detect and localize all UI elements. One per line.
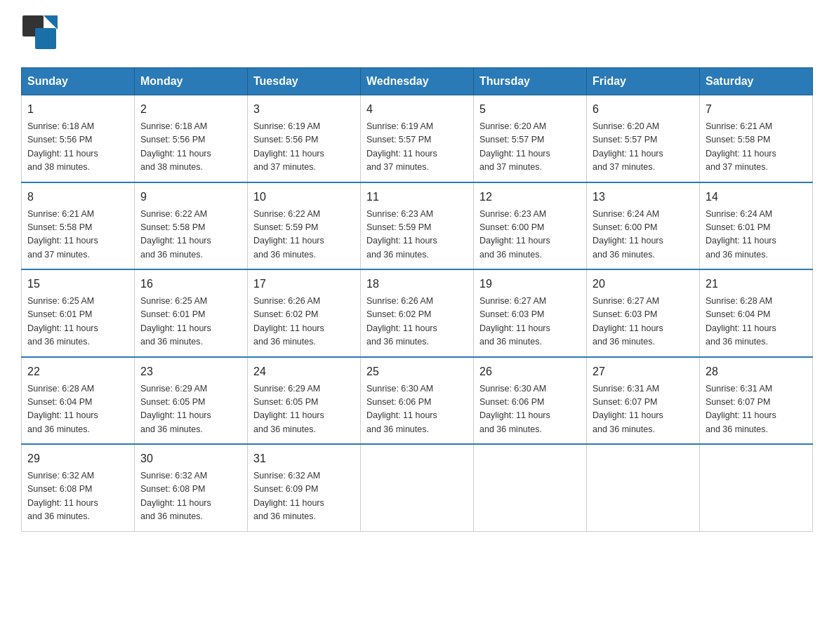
day-number: 1	[27, 101, 128, 118]
day-info: Sunrise: 6:32 AMSunset: 6:09 PMDaylight:…	[253, 471, 324, 521]
column-header-friday: Friday	[587, 68, 700, 95]
day-info: Sunrise: 6:27 AMSunset: 6:03 PMDaylight:…	[593, 296, 663, 347]
day-info: Sunrise: 6:28 AMSunset: 6:04 PMDaylight:…	[706, 296, 776, 347]
day-number: 31	[253, 450, 355, 467]
calendar-cell: 24Sunrise: 6:29 AMSunset: 6:05 PMDayligh…	[248, 357, 361, 445]
day-info: Sunrise: 6:26 AMSunset: 6:02 PMDaylight:…	[366, 296, 437, 347]
day-info: Sunrise: 6:24 AMSunset: 6:01 PMDaylight:…	[706, 209, 776, 260]
day-number: 22	[27, 363, 128, 380]
day-number: 30	[140, 450, 241, 467]
day-info: Sunrise: 6:26 AMSunset: 6:02 PMDaylight:…	[253, 296, 324, 347]
day-number: 26	[479, 363, 581, 380]
logo-icon	[21, 14, 58, 51]
calendar-cell	[700, 444, 813, 531]
week-row-3: 15Sunrise: 6:25 AMSunset: 6:01 PMDayligh…	[22, 269, 813, 357]
header	[21, 14, 813, 53]
day-number: 3	[253, 101, 355, 118]
day-number: 17	[253, 276, 355, 293]
day-info: Sunrise: 6:19 AMSunset: 5:56 PMDaylight:…	[253, 121, 324, 172]
week-row-2: 8Sunrise: 6:21 AMSunset: 5:58 PMDaylight…	[22, 182, 813, 270]
day-info: Sunrise: 6:19 AMSunset: 5:57 PMDaylight:…	[366, 121, 437, 172]
calendar-cell	[361, 444, 474, 531]
calendar-cell: 2Sunrise: 6:18 AMSunset: 5:56 PMDaylight…	[135, 95, 248, 182]
column-header-tuesday: Tuesday	[248, 68, 361, 95]
calendar-cell: 17Sunrise: 6:26 AMSunset: 6:02 PMDayligh…	[248, 269, 361, 357]
calendar-cell: 5Sunrise: 6:20 AMSunset: 5:57 PMDaylight…	[474, 95, 587, 182]
day-number: 25	[366, 363, 468, 380]
day-number: 23	[140, 363, 241, 380]
calendar-cell: 7Sunrise: 6:21 AMSunset: 5:58 PMDaylight…	[700, 95, 813, 182]
calendar-cell: 19Sunrise: 6:27 AMSunset: 6:03 PMDayligh…	[474, 269, 587, 357]
logo-mark	[21, 14, 58, 53]
day-number: 13	[593, 189, 694, 206]
day-info: Sunrise: 6:22 AMSunset: 5:59 PMDaylight:…	[253, 209, 324, 260]
day-number: 9	[140, 189, 241, 206]
calendar-cell: 23Sunrise: 6:29 AMSunset: 6:05 PMDayligh…	[135, 357, 248, 445]
day-number: 11	[366, 189, 468, 206]
day-number: 2	[140, 101, 241, 118]
day-number: 15	[27, 276, 128, 293]
day-info: Sunrise: 6:22 AMSunset: 5:58 PMDaylight:…	[140, 209, 211, 260]
day-info: Sunrise: 6:30 AMSunset: 6:06 PMDaylight:…	[479, 384, 550, 434]
calendar-cell: 26Sunrise: 6:30 AMSunset: 6:06 PMDayligh…	[474, 357, 587, 445]
day-number: 14	[706, 189, 807, 206]
day-info: Sunrise: 6:29 AMSunset: 6:05 PMDaylight:…	[140, 384, 211, 434]
day-number: 18	[366, 276, 468, 293]
day-number: 20	[593, 276, 694, 293]
day-number: 5	[479, 101, 581, 118]
week-row-1: 1Sunrise: 6:18 AMSunset: 5:56 PMDaylight…	[22, 95, 813, 182]
calendar-cell: 31Sunrise: 6:32 AMSunset: 6:09 PMDayligh…	[248, 444, 361, 531]
calendar-cell: 30Sunrise: 6:32 AMSunset: 6:08 PMDayligh…	[135, 444, 248, 531]
calendar-cell: 25Sunrise: 6:30 AMSunset: 6:06 PMDayligh…	[361, 357, 474, 445]
svg-rect-1	[35, 28, 56, 49]
day-number: 28	[706, 363, 807, 380]
column-header-saturday: Saturday	[700, 68, 813, 95]
day-info: Sunrise: 6:21 AMSunset: 5:58 PMDaylight:…	[27, 209, 98, 260]
day-number: 8	[27, 189, 128, 206]
calendar-cell: 11Sunrise: 6:23 AMSunset: 5:59 PMDayligh…	[361, 182, 474, 270]
day-number: 12	[479, 189, 581, 206]
day-info: Sunrise: 6:21 AMSunset: 5:58 PMDaylight:…	[706, 121, 776, 172]
calendar-table: SundayMondayTuesdayWednesdayThursdayFrid…	[21, 67, 813, 532]
day-number: 16	[140, 276, 241, 293]
day-info: Sunrise: 6:25 AMSunset: 6:01 PMDaylight:…	[27, 296, 98, 347]
column-header-sunday: Sunday	[22, 68, 135, 95]
calendar-cell: 4Sunrise: 6:19 AMSunset: 5:57 PMDaylight…	[361, 95, 474, 182]
column-header-monday: Monday	[135, 68, 248, 95]
day-info: Sunrise: 6:31 AMSunset: 6:07 PMDaylight:…	[706, 384, 776, 434]
calendar-cell: 22Sunrise: 6:28 AMSunset: 6:04 PMDayligh…	[22, 357, 135, 445]
calendar-cell: 21Sunrise: 6:28 AMSunset: 6:04 PMDayligh…	[700, 269, 813, 357]
calendar-cell: 27Sunrise: 6:31 AMSunset: 6:07 PMDayligh…	[587, 357, 700, 445]
calendar-cell: 6Sunrise: 6:20 AMSunset: 5:57 PMDaylight…	[587, 95, 700, 182]
calendar-cell: 13Sunrise: 6:24 AMSunset: 6:00 PMDayligh…	[587, 182, 700, 270]
calendar-cell: 16Sunrise: 6:25 AMSunset: 6:01 PMDayligh…	[135, 269, 248, 357]
day-info: Sunrise: 6:32 AMSunset: 6:08 PMDaylight:…	[27, 471, 98, 521]
calendar-cell: 20Sunrise: 6:27 AMSunset: 6:03 PMDayligh…	[587, 269, 700, 357]
day-info: Sunrise: 6:23 AMSunset: 5:59 PMDaylight:…	[366, 209, 437, 260]
day-number: 21	[706, 276, 807, 293]
header-row: SundayMondayTuesdayWednesdayThursdayFrid…	[22, 68, 813, 95]
day-info: Sunrise: 6:24 AMSunset: 6:00 PMDaylight:…	[593, 209, 663, 260]
calendar-cell	[474, 444, 587, 531]
calendar-cell: 18Sunrise: 6:26 AMSunset: 6:02 PMDayligh…	[361, 269, 474, 357]
calendar-cell: 12Sunrise: 6:23 AMSunset: 6:00 PMDayligh…	[474, 182, 587, 270]
day-number: 6	[593, 101, 694, 118]
day-info: Sunrise: 6:20 AMSunset: 5:57 PMDaylight:…	[479, 121, 550, 172]
day-number: 7	[706, 101, 807, 118]
calendar-cell: 9Sunrise: 6:22 AMSunset: 5:58 PMDaylight…	[135, 182, 248, 270]
day-info: Sunrise: 6:29 AMSunset: 6:05 PMDaylight:…	[253, 384, 324, 434]
calendar-cell: 28Sunrise: 6:31 AMSunset: 6:07 PMDayligh…	[700, 357, 813, 445]
week-row-4: 22Sunrise: 6:28 AMSunset: 6:04 PMDayligh…	[22, 357, 813, 445]
calendar-cell: 29Sunrise: 6:32 AMSunset: 6:08 PMDayligh…	[22, 444, 135, 531]
day-number: 27	[593, 363, 694, 380]
calendar-cell: 1Sunrise: 6:18 AMSunset: 5:56 PMDaylight…	[22, 95, 135, 182]
calendar-cell: 14Sunrise: 6:24 AMSunset: 6:01 PMDayligh…	[700, 182, 813, 270]
column-header-thursday: Thursday	[474, 68, 587, 95]
day-info: Sunrise: 6:31 AMSunset: 6:07 PMDaylight:…	[593, 384, 663, 434]
day-number: 4	[366, 101, 468, 118]
day-number: 10	[253, 189, 355, 206]
day-info: Sunrise: 6:32 AMSunset: 6:08 PMDaylight:…	[140, 471, 211, 521]
day-info: Sunrise: 6:27 AMSunset: 6:03 PMDaylight:…	[479, 296, 550, 347]
day-info: Sunrise: 6:28 AMSunset: 6:04 PMDaylight:…	[27, 384, 98, 434]
day-info: Sunrise: 6:30 AMSunset: 6:06 PMDaylight:…	[366, 384, 437, 434]
